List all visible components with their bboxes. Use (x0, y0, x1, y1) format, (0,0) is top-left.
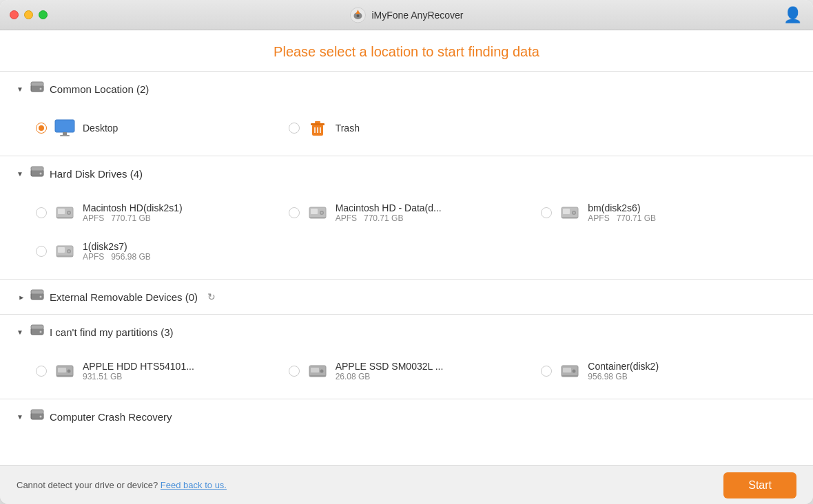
svg-rect-55 (562, 375, 578, 377)
section-label-hard-disk: Hard Disk Drives (4) (50, 168, 143, 180)
section-header-common-location[interactable]: ▼ Common Location (2) (0, 72, 813, 106)
chevron-icon-external: ▼ (17, 293, 25, 301)
disk3-icon-container (559, 202, 581, 224)
partitions-grid: APPLE HDD HTS54101... 931.51 GB (28, 355, 785, 388)
disk1-icon (55, 203, 74, 222)
section-content-partitions: APPLE HDD HTS54101... 931.51 GB (0, 349, 813, 399)
desktop-icon (54, 119, 75, 137)
user-icon-area[interactable]: 👤 (783, 6, 802, 24)
part2-icon (308, 361, 327, 381)
disk2-icon (308, 203, 327, 222)
svg-rect-17 (31, 167, 43, 171)
svg-point-33 (573, 212, 575, 214)
part2-name: APPLE SSD SM0032L ... (336, 361, 444, 372)
chevron-icon-hdd: ▼ (17, 170, 25, 178)
svg-point-6 (40, 88, 42, 90)
radio-disk2[interactable] (289, 207, 300, 218)
location-item-trash[interactable]: Trash (280, 112, 533, 145)
radio-disk4[interactable] (36, 246, 47, 257)
radio-inner-desktop (39, 125, 44, 131)
disk-item-3[interactable]: bm(disk2s6) APFS 770.71 GB (533, 196, 785, 229)
svg-rect-54 (563, 368, 571, 372)
footer-text: Cannot detect your drive or device? Feed… (17, 480, 227, 490)
feedback-link[interactable]: Feed back to us. (161, 480, 227, 490)
svg-point-44 (40, 331, 42, 333)
section-header-hard-disk[interactable]: ▼ Hard Disk Drives (4) (0, 156, 813, 191)
partition-item-1[interactable]: APPLE HDD HTS54101... 931.51 GB (28, 355, 280, 388)
svg-rect-51 (309, 375, 326, 377)
svg-rect-43 (31, 325, 43, 329)
disk3-name: bm(disk2s6) (588, 202, 656, 213)
disk2-icon-container (307, 202, 329, 224)
part1-name: APPLE HDD HTS54101... (83, 361, 194, 372)
svg-rect-20 (58, 209, 65, 214)
minimize-button[interactable] (24, 10, 33, 19)
svg-point-23 (68, 212, 70, 214)
common-location-grid: Desktop (28, 112, 785, 145)
svg-rect-11 (311, 123, 325, 125)
svg-point-18 (40, 173, 42, 175)
chevron-icon-partitions: ▼ (17, 328, 25, 336)
app-icon (349, 7, 366, 23)
start-button[interactable]: Start (723, 472, 796, 498)
location-item-desktop[interactable]: Desktop (28, 112, 280, 145)
maximize-button[interactable] (39, 10, 48, 19)
svg-rect-58 (31, 410, 43, 414)
section-hard-disk: ▼ Hard Disk Drives (4) (0, 156, 813, 279)
svg-point-48 (68, 370, 71, 373)
section-partitions: ▼ I can't find my partitions (3) (0, 314, 813, 399)
svg-rect-50 (311, 368, 319, 372)
hdd-icon-external (30, 289, 44, 304)
disk1-meta: APFS 770.71 GB (83, 213, 183, 223)
hdd-icon-common (30, 81, 44, 96)
svg-rect-46 (58, 368, 66, 372)
radio-trash[interactable] (289, 123, 300, 134)
svg-point-3 (356, 14, 359, 17)
section-header-partitions[interactable]: ▼ I can't find my partitions (3) (0, 315, 813, 349)
section-header-external[interactable]: ▼ External Removable Devices (0) ↻ (0, 280, 813, 314)
disk2-info: Macintosh HD - Data(d... APFS 770.71 GB (336, 202, 442, 223)
section-common-location: ▼ Common Location (2) (0, 71, 813, 156)
close-button[interactable] (10, 10, 19, 19)
svg-rect-35 (58, 247, 65, 253)
svg-point-52 (320, 370, 323, 373)
footer: Cannot detect your drive or device? Feed… (0, 465, 813, 504)
app-window: iMyFone AnyRecover 👤 Please select a loc… (0, 0, 813, 504)
disk2-meta: APFS 770.71 GB (336, 213, 442, 223)
section-header-crash-recovery[interactable]: ▼ Computer Crash Recovery (0, 399, 813, 434)
scroll-area[interactable]: ▼ Common Location (2) (0, 71, 813, 465)
svg-rect-12 (315, 121, 320, 123)
traffic-lights (10, 10, 48, 19)
disk-item-4[interactable]: 1(disk2s7) APFS 956.98 GB (28, 235, 280, 268)
part3-icon-container (559, 360, 581, 382)
radio-part1[interactable] (36, 366, 47, 377)
refresh-icon[interactable]: ↻ (207, 291, 216, 302)
section-label-partitions: I can't find my partitions (3) (50, 326, 174, 338)
partition-item-3[interactable]: Container(disk2) 956.98 GB (533, 355, 785, 388)
main-content: Please select a location to start findin… (0, 30, 813, 465)
hard-disk-grid: Macintosh HD(disk2s1) APFS 770.71 GB (28, 196, 785, 268)
disk3-meta: APFS 770.71 GB (588, 213, 656, 223)
page-title: Please select a location to start findin… (0, 30, 813, 71)
title-bar: iMyFone AnyRecover 👤 (0, 0, 813, 30)
svg-point-56 (573, 370, 576, 373)
hdd-icon-crash (30, 409, 44, 424)
radio-disk1[interactable] (36, 207, 47, 218)
title-bar-center: iMyFone AnyRecover (349, 7, 463, 23)
svg-rect-9 (60, 135, 70, 136)
desktop-label: Desktop (83, 123, 118, 134)
disk-item-2[interactable]: Macintosh HD - Data(d... APFS 770.71 GB (280, 196, 533, 229)
svg-rect-40 (31, 290, 43, 294)
part1-icon-container (54, 360, 76, 382)
part1-icon (55, 361, 74, 381)
partition-item-2[interactable]: APPLE SSD SM0032L ... 26.08 GB (280, 355, 533, 388)
radio-desktop[interactable] (36, 123, 47, 134)
section-content-common-location: Desktop (0, 106, 813, 156)
disk-item-1[interactable]: Macintosh HD(disk2s1) APFS 770.71 GB (28, 196, 280, 229)
radio-part2[interactable] (289, 366, 300, 377)
section-crash-recovery: ▼ Computer Crash Recovery (0, 399, 813, 434)
trash-label: Trash (336, 123, 360, 134)
disk1-name: Macintosh HD(disk2s1) (83, 202, 183, 213)
radio-disk3[interactable] (541, 207, 552, 218)
radio-part3[interactable] (541, 366, 552, 377)
